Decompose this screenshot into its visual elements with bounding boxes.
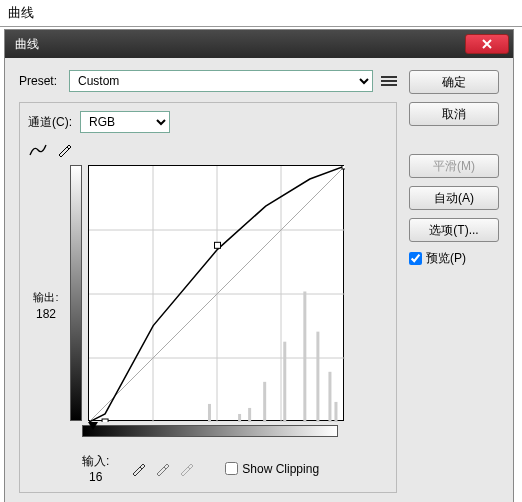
cancel-button[interactable]: 取消: [409, 102, 499, 126]
curves-dialog: 曲线 Preset: Custom 通道(C): RGB: [4, 29, 514, 502]
ok-button[interactable]: 确定: [409, 70, 499, 94]
options-button[interactable]: 选项(T)...: [409, 218, 499, 242]
preset-label: Preset:: [19, 74, 61, 88]
curve-graph[interactable]: [88, 165, 344, 421]
channel-label: 通道(C):: [28, 114, 72, 131]
svg-rect-17: [215, 242, 221, 248]
smooth-button[interactable]: 平滑(M): [409, 154, 499, 178]
preset-select[interactable]: Custom: [69, 70, 373, 92]
output-label: 输出:: [33, 290, 58, 305]
svg-rect-12: [316, 332, 319, 422]
input-gradient: [82, 425, 338, 437]
svg-rect-6: [208, 404, 211, 422]
svg-rect-11: [303, 291, 306, 422]
channel-select[interactable]: RGB: [80, 111, 170, 133]
show-clipping-label: Show Clipping: [242, 462, 319, 476]
svg-rect-13: [328, 372, 331, 422]
svg-rect-16: [102, 419, 108, 422]
gray-eyedropper-icon[interactable]: [151, 458, 173, 480]
svg-rect-10: [283, 342, 286, 422]
titlebar: 曲线: [5, 30, 513, 58]
white-eyedropper-icon[interactable]: [175, 458, 197, 480]
input-label: 输入:: [82, 453, 109, 470]
pencil-tool-icon[interactable]: [54, 141, 74, 159]
svg-rect-18: [342, 166, 345, 169]
svg-rect-9: [263, 382, 266, 422]
output-gradient: [70, 165, 82, 421]
input-value: 16: [89, 470, 102, 484]
svg-rect-14: [334, 402, 337, 422]
svg-rect-8: [248, 408, 251, 422]
svg-rect-7: [238, 414, 241, 422]
black-eyedropper-icon[interactable]: [127, 458, 149, 480]
curve-tool-icon[interactable]: [28, 141, 48, 159]
auto-button[interactable]: 自动(A): [409, 186, 499, 210]
show-clipping-checkbox[interactable]: Show Clipping: [225, 462, 319, 476]
preview-label: 预览(P): [426, 250, 466, 267]
output-value: 182: [36, 307, 56, 321]
dialog-title: 曲线: [9, 36, 39, 53]
close-button[interactable]: [465, 34, 509, 54]
channel-panel: 通道(C): RGB 输出: 182: [19, 102, 397, 493]
preview-checkbox[interactable]: 预览(P): [409, 250, 499, 267]
outer-window-title: 曲线: [0, 0, 522, 27]
black-point-slider[interactable]: [88, 422, 98, 430]
close-icon: [482, 39, 492, 49]
preset-menu-icon[interactable]: [381, 73, 397, 89]
